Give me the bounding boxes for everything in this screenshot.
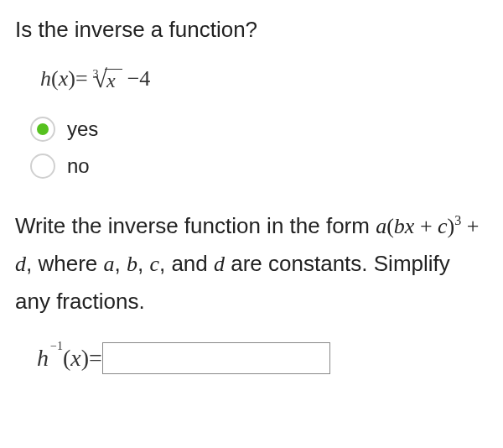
question-write-inverse: Write the inverse function in the form a…	[15, 207, 488, 320]
paren-open: (	[51, 66, 59, 91]
var-d: d	[214, 252, 225, 276]
form-d: d	[15, 252, 26, 276]
option-yes-label: yes	[67, 117, 98, 141]
option-no-label: no	[67, 154, 90, 178]
question-inverse-function: Is the inverse a function?	[15, 17, 488, 43]
option-yes[interactable]: yes	[30, 117, 488, 142]
form-bx: bx	[394, 214, 415, 238]
var-a: a	[104, 252, 115, 276]
answer-line: h −1 ( x ) =	[37, 342, 488, 374]
equals-sign: =	[75, 66, 88, 91]
form-plus: +	[414, 214, 438, 238]
inverse-exponent: −1	[50, 340, 63, 353]
var-b: b	[127, 252, 137, 276]
root-index: 3	[93, 68, 99, 81]
h-letter: h	[37, 345, 49, 372]
h-inverse-label: h −1	[37, 345, 63, 372]
ans-equals: =	[89, 345, 102, 372]
ans-paren-close: )	[81, 345, 89, 372]
ans-var-x: x	[70, 345, 80, 372]
cube-root: 3 √ x	[93, 66, 122, 91]
comma2: ,	[137, 251, 149, 276]
radio-yes[interactable]	[30, 117, 55, 142]
function-definition: h ( x ) = 3 √ x − 4	[40, 66, 488, 91]
paren-close: )	[68, 66, 75, 91]
radicand-x: x	[105, 69, 122, 91]
form-open: (	[386, 214, 394, 238]
var-x: x	[59, 66, 69, 91]
ans-paren-open: (	[63, 345, 70, 372]
form-a: a	[376, 214, 386, 238]
var-c: c	[149, 252, 159, 276]
inverse-answer-input[interactable]	[102, 342, 330, 374]
q2-pre: Write the inverse function in the form	[15, 213, 376, 238]
comma1: ,	[115, 251, 127, 276]
func-name-h: h	[40, 66, 51, 91]
form-close: )	[448, 214, 455, 238]
radio-group-isfunction: yes no	[30, 117, 488, 179]
minus-sign: −	[127, 66, 140, 91]
form-c: c	[438, 214, 448, 238]
comma3: , and	[159, 251, 214, 276]
q2-mid: , where	[26, 251, 104, 276]
form-plus2: +	[461, 214, 479, 238]
constant-4: 4	[139, 66, 150, 91]
radio-no[interactable]	[30, 154, 55, 179]
option-no[interactable]: no	[30, 154, 488, 179]
